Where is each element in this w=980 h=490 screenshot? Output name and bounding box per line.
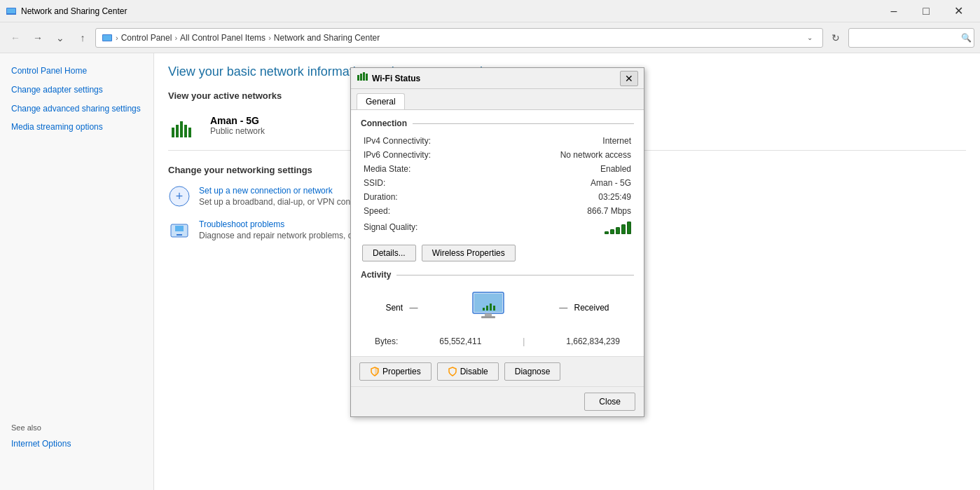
breadcrumb-3: Network and Sharing Center — [274, 33, 380, 43]
svg-rect-24 — [486, 306, 488, 311]
svg-rect-22 — [481, 316, 495, 318]
svg-rect-25 — [490, 304, 492, 311]
computer-icon — [467, 285, 509, 329]
table-row: Media State: Enabled — [361, 162, 634, 176]
signal-bar-5 — [627, 222, 631, 234]
svg-rect-18 — [366, 74, 368, 81]
sidebar-item-change-advanced-sharing[interactable]: Change advanced sharing settings — [0, 100, 153, 118]
ssid-label: SSID: — [361, 176, 484, 190]
close-button[interactable]: ✕ — [942, 0, 974, 22]
wireless-properties-button[interactable]: Wireless Properties — [422, 245, 516, 261]
sidebar-item-control-panel-home[interactable]: Control Panel Home — [0, 62, 153, 81]
shield-icon — [370, 367, 380, 376]
dialog-title: Wi-Fi Status — [372, 74, 620, 83]
table-row: IPv6 Connectivity: No network access — [361, 148, 634, 162]
table-row: IPv4 Connectivity: Internet — [361, 134, 634, 148]
sidebar-item-media-streaming[interactable]: Media streaming options — [0, 118, 153, 137]
svg-rect-17 — [363, 72, 365, 81]
ssid-value: Aman - 5G — [484, 176, 635, 190]
duration-value: 03:25:49 — [484, 190, 635, 204]
tab-general[interactable]: General — [357, 93, 405, 109]
media-state-value: Enabled — [484, 162, 635, 176]
details-button[interactable]: Details... — [362, 245, 416, 261]
signal-bar-1 — [605, 231, 609, 234]
window-icon — [6, 6, 17, 17]
svg-rect-16 — [360, 74, 362, 81]
refresh-button[interactable]: ↻ — [826, 28, 846, 48]
ipv4-value: Internet — [484, 134, 635, 148]
recent-button[interactable]: ⌄ — [50, 28, 70, 48]
shield-icon-2 — [448, 367, 457, 376]
signal-quality-value — [484, 218, 635, 236]
ipv6-label: IPv6 Connectivity: — [361, 148, 484, 162]
sidebar-item-internet-options[interactable]: Internet Options — [0, 435, 154, 454]
forward-button[interactable]: → — [28, 28, 48, 48]
dialog-close-button[interactable]: ✕ — [620, 71, 638, 86]
activity-divider — [396, 275, 634, 275]
address-dropdown-button[interactable]: ⌄ — [803, 29, 817, 47]
minimize-button[interactable]: – — [878, 0, 910, 22]
activity-label: Activity — [361, 270, 396, 280]
dialog-wifi-icon — [357, 72, 368, 85]
media-state-label: Media State: — [361, 162, 484, 176]
signal-bar-4 — [621, 224, 626, 234]
close-dialog-button[interactable]: Close — [584, 393, 635, 411]
signal-bars — [487, 220, 632, 234]
sidebar: Control Panel Home Change adapter settin… — [0, 53, 154, 490]
up-button[interactable]: ↑ — [73, 28, 92, 48]
table-row: Duration: 03:25:49 — [361, 190, 634, 204]
bytes-label: Bytes: — [375, 336, 398, 346]
properties-button[interactable]: Properties — [359, 362, 432, 381]
table-row: Signal Quality: — [361, 218, 634, 236]
search-button[interactable]: 🔍 — [961, 33, 972, 43]
svg-rect-1 — [7, 8, 15, 14]
dialog-footer: Properties Disable Diagnose — [351, 356, 644, 386]
search-wrapper: 🔍 — [848, 28, 974, 48]
dialog-close-row: Close — [351, 386, 644, 416]
table-row: SSID: Aman - 5G — [361, 176, 634, 190]
speed-label: Speed: — [361, 204, 484, 218]
address-field[interactable]: › Control Panel › All Control Panel Item… — [95, 28, 823, 48]
connection-section-header: Connection — [361, 118, 634, 128]
signal-bar-2 — [610, 229, 614, 234]
received-label: — Received — [559, 303, 609, 313]
table-row: Speed: 866.7 Mbps — [361, 204, 634, 218]
sent-label: Sent — — [385, 303, 417, 313]
diagnose-button[interactable]: Diagnose — [504, 362, 561, 381]
breadcrumb: › Control Panel › All Control Panel Item… — [102, 32, 803, 43]
breadcrumb-2: All Control Panel Items — [180, 33, 265, 43]
sidebar-item-change-adapter[interactable]: Change adapter settings — [0, 81, 153, 100]
ipv4-label: IPv4 Connectivity: — [361, 134, 484, 148]
speed-value: 866.7 Mbps — [484, 204, 635, 218]
title-bar: Network and Sharing Center – □ ✕ — [0, 0, 980, 22]
breadcrumb-1: Control Panel — [121, 33, 172, 43]
search-input[interactable] — [848, 28, 974, 48]
window-controls: – □ ✕ — [878, 0, 974, 22]
svg-rect-26 — [493, 306, 495, 311]
dialog-tabs: General — [351, 89, 644, 110]
content-area: View your basic network information and … — [154, 53, 980, 490]
dialog-title-bar: Wi-Fi Status ✕ — [351, 68, 644, 89]
svg-rect-4 — [103, 35, 111, 41]
window-title: Network and Sharing Center — [21, 6, 878, 16]
ipv6-value: No network access — [484, 148, 635, 162]
connection-table: IPv4 Connectivity: Internet IPv6 Connect… — [361, 134, 634, 236]
disable-button[interactable]: Disable — [437, 362, 499, 381]
details-buttons-row: Details... Wireless Properties — [361, 245, 634, 261]
address-bar: ← → ⌄ ↑ › Control Panel › All Control Pa… — [0, 22, 980, 53]
activity-section-header: Activity — [361, 270, 634, 280]
breadcrumb-icon — [102, 32, 113, 43]
bytes-row: Bytes: 65,552,411 | 1,662,834,239 — [361, 335, 634, 348]
maximize-button[interactable]: □ — [910, 0, 942, 22]
dialog-overlay: Wi-Fi Status ✕ General Connection — [154, 53, 980, 490]
wifi-status-dialog: Wi-Fi Status ✕ General Connection — [350, 67, 644, 417]
duration-label: Duration: — [361, 190, 484, 204]
back-button[interactable]: ← — [6, 28, 25, 48]
dialog-content: Connection IPv4 Connectivity: Internet I… — [351, 110, 644, 356]
connection-divider — [413, 123, 634, 124]
connection-label: Connection — [361, 118, 413, 128]
bytes-sent: 65,552,411 — [439, 336, 481, 346]
svg-rect-23 — [483, 308, 485, 311]
bytes-received: 1,662,834,239 — [566, 336, 620, 346]
svg-rect-2 — [6, 13, 16, 15]
